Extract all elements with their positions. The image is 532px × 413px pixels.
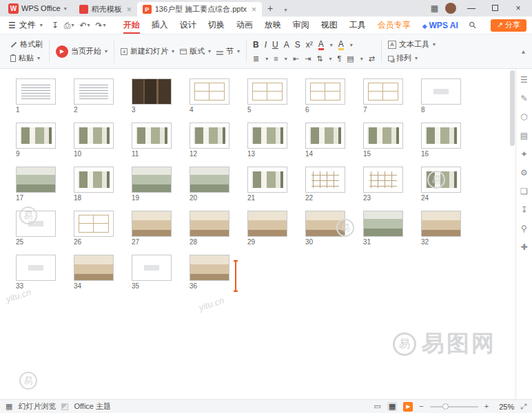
slide-thumbnail[interactable]: [421, 123, 461, 149]
ribbon-tab-视图[interactable]: 视图: [316, 17, 343, 34]
document-tab[interactable]: P136户型 施工要点综合.pptx×: [137, 2, 262, 17]
print-button[interactable]: ⎙▾: [62, 21, 76, 30]
slide-thumbnail[interactable]: [247, 78, 287, 105]
add-icon[interactable]: ✚: [520, 243, 527, 251]
zoom-slider[interactable]: [430, 406, 478, 407]
slide-sorter-canvas[interactable]: 1234567891011121314151617181920212223242…: [0, 69, 515, 399]
document-tab[interactable]: 稻壳模板×: [74, 2, 137, 17]
slide-thumbnail[interactable]: [132, 255, 172, 281]
highlight-color-button[interactable]: A: [338, 40, 344, 50]
slideshow-play-button[interactable]: ▶: [403, 402, 413, 412]
slide-thumbnail[interactable]: [190, 123, 229, 149]
bullets-button[interactable]: ≣: [253, 54, 259, 63]
ribbon-tab-会员专享[interactable]: 会员专享: [372, 17, 416, 34]
underline-button[interactable]: U: [272, 41, 278, 49]
ribbon-tab-动画[interactable]: 动画: [231, 17, 258, 34]
slide-sorter-view-button[interactable]: ▦: [387, 402, 397, 411]
slide-thumbnail[interactable]: [421, 78, 461, 105]
share-button[interactable]: ↗ 分享: [491, 19, 526, 32]
normal-view-button[interactable]: ▭: [374, 403, 381, 410]
minimize-button[interactable]: —: [463, 3, 480, 13]
fit-screen-icon[interactable]: ⤢: [520, 403, 526, 410]
paragraph-button[interactable]: ¶: [337, 54, 341, 63]
slide-thumbnail[interactable]: [421, 167, 461, 193]
slide-thumbnail[interactable]: [247, 167, 287, 193]
section-button[interactable]: 节 ▾: [216, 46, 240, 56]
new-tab-button[interactable]: +: [263, 3, 277, 14]
zoom-in-button[interactable]: +: [484, 403, 489, 410]
text-tool-button[interactable]: A 文本工具 ▾: [388, 39, 436, 50]
search-icon[interactable]: ⚲: [467, 19, 478, 31]
shapes-icon[interactable]: ⬡: [520, 113, 527, 121]
arrange-button[interactable]: 排列 ▾: [388, 53, 436, 63]
menu-icon[interactable]: ☰: [520, 76, 528, 84]
strikethrough-button[interactable]: S: [295, 41, 300, 49]
pages-icon[interactable]: ❏: [520, 187, 528, 195]
save-button[interactable]: ↧: [50, 21, 61, 30]
slide-thumbnail[interactable]: [247, 211, 287, 237]
avatar[interactable]: [445, 3, 456, 14]
slide-thumbnail[interactable]: [247, 123, 287, 149]
settings-icon[interactable]: ⚙: [520, 169, 528, 177]
redo-button[interactable]: ↷▾: [94, 21, 108, 30]
slide-thumbnail[interactable]: [74, 255, 114, 281]
bold-button[interactable]: B: [253, 41, 259, 49]
text-direction-button[interactable]: ⇄: [369, 54, 375, 63]
format-painter-button[interactable]: 格式刷: [10, 39, 43, 50]
slide-thumbnail[interactable]: [16, 167, 56, 193]
close-icon[interactable]: ×: [127, 5, 132, 14]
tab-list-button[interactable]: ▾: [278, 3, 292, 14]
wps-home-button[interactable]: W WPS Office ▾: [3, 0, 72, 17]
increase-indent-button[interactable]: ⇥: [305, 54, 311, 63]
slide-thumbnail[interactable]: [132, 123, 172, 149]
slide-thumbnail[interactable]: [132, 167, 172, 193]
slide-thumbnail[interactable]: [132, 211, 172, 237]
slide-thumbnail[interactable]: [16, 123, 56, 149]
ribbon-tab-WPS AI[interactable]: WPS AI: [417, 18, 464, 33]
close-icon[interactable]: ×: [252, 5, 256, 14]
slide-thumbnail[interactable]: [190, 255, 229, 281]
slide-thumbnail[interactable]: [363, 167, 403, 193]
ribbon-tab-插入[interactable]: 插入: [146, 17, 174, 34]
panel-icon[interactable]: ▤: [520, 131, 528, 140]
italic-button[interactable]: I: [265, 41, 267, 49]
slide-thumbnail[interactable]: [421, 211, 461, 237]
play-from-current-button[interactable]: ▶ 当页开始 ▾: [56, 45, 108, 58]
numbering-button[interactable]: ≡: [274, 54, 278, 63]
theme-label[interactable]: Office 主题: [74, 401, 111, 412]
close-button[interactable]: ×: [510, 3, 526, 13]
undo-button[interactable]: ↶▾: [77, 21, 92, 30]
slide-thumbnail[interactable]: [363, 211, 403, 237]
file-menu-button[interactable]: ☰ 文件 ▾: [6, 19, 45, 31]
paste-button[interactable]: 粘贴 ▾: [10, 53, 43, 63]
slide-thumbnail[interactable]: [132, 78, 172, 105]
superscript-button[interactable]: x²: [306, 41, 313, 49]
zoom-out-button[interactable]: −: [419, 403, 423, 410]
sparkle-icon[interactable]: ✦: [520, 150, 527, 158]
layout-button[interactable]: 版式 ▾: [180, 46, 211, 56]
vertical-scrollbar[interactable]: [510, 70, 515, 396]
slide-thumbnail[interactable]: [305, 167, 345, 193]
slide-thumbnail[interactable]: [305, 78, 345, 105]
download-icon[interactable]: ↧: [520, 206, 527, 214]
ribbon-tab-审阅[interactable]: 审阅: [287, 17, 315, 34]
slide-thumbnail[interactable]: [16, 211, 56, 237]
columns-button[interactable]: ▤: [347, 54, 354, 63]
slide-thumbnail[interactable]: [190, 78, 229, 105]
ribbon-tab-放映[interactable]: 放映: [259, 17, 287, 34]
decrease-indent-button[interactable]: ⇤: [293, 54, 299, 63]
zoom-slider-knob[interactable]: [442, 403, 449, 410]
slide-thumbnail[interactable]: [74, 78, 114, 105]
slide-thumbnail[interactable]: [74, 167, 114, 193]
slide-thumbnail[interactable]: [305, 123, 345, 149]
apps-grid-icon[interactable]: ▦: [431, 3, 438, 13]
line-spacing-button[interactable]: ⇅: [316, 54, 323, 63]
slide-thumbnail[interactable]: [74, 211, 114, 237]
maximize-button[interactable]: [487, 3, 503, 13]
slide-thumbnail[interactable]: [363, 78, 403, 105]
slide-thumbnail[interactable]: [16, 255, 56, 281]
char-spacing-button[interactable]: A: [284, 41, 289, 49]
new-slide-button[interactable]: 新建幻灯片 ▾: [121, 46, 174, 56]
slide-thumbnail[interactable]: [16, 78, 56, 105]
font-color-button[interactable]: A: [318, 40, 324, 50]
